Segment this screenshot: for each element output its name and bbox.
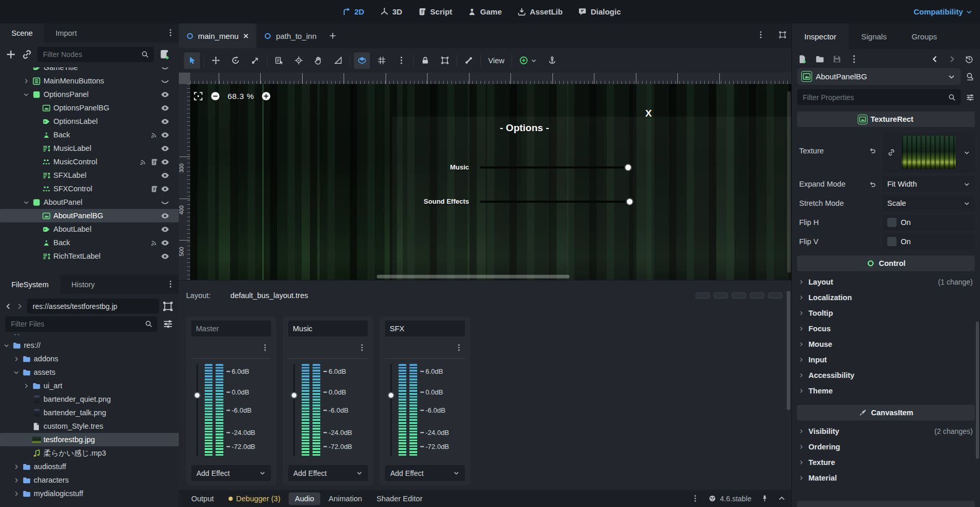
scene-tree-row[interactable]: RichTextLabel xyxy=(0,249,179,263)
expand-arrow-icon[interactable] xyxy=(23,78,30,84)
viewport-canvas[interactable]: 68.3 % X - Options - Music Sound Effects xyxy=(190,84,792,280)
viewport-tool-button[interactable] xyxy=(413,54,414,67)
texture-thumbnail[interactable] xyxy=(902,136,956,169)
scene-tree-row[interactable]: GameTitle xyxy=(0,67,179,74)
visibility-toggle-icon[interactable] xyxy=(161,77,169,86)
inspector-group[interactable]: Theme xyxy=(792,383,980,399)
visibility-toggle-icon[interactable] xyxy=(161,198,169,207)
filter-files-field[interactable] xyxy=(5,316,158,332)
signal-icon[interactable] xyxy=(139,158,147,166)
filesystem-row[interactable]: bartender_quiet.png xyxy=(0,392,179,406)
script-icon[interactable] xyxy=(150,185,158,193)
bottom-panel-tab[interactable]: Debugger (3) xyxy=(222,492,287,505)
skeleton-options-menu[interactable] xyxy=(461,52,477,69)
pause-button[interactable] xyxy=(805,7,815,17)
path-input[interactable] xyxy=(32,302,154,311)
property-tools-icon[interactable] xyxy=(965,93,975,102)
dock-tab[interactable]: Import xyxy=(44,23,88,43)
visibility-toggle-icon[interactable] xyxy=(161,225,169,234)
dock-tab[interactable]: History xyxy=(60,275,106,294)
pin-bottom-panel-icon[interactable] xyxy=(761,495,769,502)
scene-tree-row[interactable]: Back xyxy=(0,128,179,142)
filesystem-row[interactable]: assets xyxy=(0,365,179,379)
audio-layout-button[interactable] xyxy=(732,292,746,299)
new-scene-tab-button[interactable] xyxy=(324,23,342,48)
menu-item[interactable] xyxy=(73,10,85,14)
edit-history-icon[interactable] xyxy=(964,54,974,64)
menu-item[interactable] xyxy=(6,10,19,14)
filter-properties-field[interactable] xyxy=(797,89,961,105)
filesystem-row[interactable]: Favorites xyxy=(0,334,179,339)
inspector-group[interactable]: Ordering xyxy=(792,439,980,455)
workspace-3d[interactable]: 3D xyxy=(376,5,406,18)
workspace-dialogic[interactable]: Dialogic xyxy=(574,5,625,18)
group-selected-button[interactable] xyxy=(437,52,453,69)
dock-tab[interactable]: Inspector xyxy=(792,23,849,49)
grid-snap-toggle[interactable] xyxy=(374,52,390,69)
focus-file-icon[interactable] xyxy=(162,301,174,312)
viewport-tool-button[interactable] xyxy=(204,54,204,67)
menu-item[interactable] xyxy=(39,10,52,14)
dock-tab[interactable]: Scene xyxy=(0,23,44,43)
bus-options-icon[interactable] xyxy=(455,344,463,351)
flip-v-editor[interactable]: On xyxy=(883,234,975,249)
viewport-tool-button[interactable] xyxy=(457,54,457,67)
scene-tree-row[interactable]: MusicControl xyxy=(0,155,179,168)
expand-arrow-icon[interactable] xyxy=(13,369,20,376)
stop-button[interactable] xyxy=(821,7,831,17)
dock-tab[interactable]: Groups xyxy=(899,23,949,49)
audio-layout-button[interactable] xyxy=(768,292,783,299)
fader-knob[interactable] xyxy=(194,392,201,399)
workspace-assetlib[interactable]: AssetLib xyxy=(513,5,566,18)
filesystem-row[interactable]: addons xyxy=(0,352,179,365)
expand-arrow-icon[interactable] xyxy=(3,342,10,349)
visibility-toggle-icon[interactable] xyxy=(161,117,169,126)
scene-tree-row[interactable]: OptionsPanelBG xyxy=(0,101,179,115)
list-select-tool[interactable] xyxy=(271,52,287,69)
bottom-panel-tab[interactable]: Output xyxy=(185,492,220,505)
expand-arrow-icon[interactable] xyxy=(23,91,30,98)
filesystem-row[interactable]: res:// xyxy=(0,339,179,352)
inspector-scrollbar[interactable] xyxy=(976,321,979,459)
new-resource-icon[interactable] xyxy=(798,54,807,64)
section-texturerect[interactable]: TextureRect xyxy=(797,111,975,127)
inspector-group[interactable]: Visibility (2 changes) xyxy=(792,424,980,439)
ruler-tool[interactable] xyxy=(330,52,346,69)
inspector-group[interactable]: Material xyxy=(792,470,980,486)
volume-fader[interactable] xyxy=(193,363,201,457)
bus-name-field[interactable]: SFX xyxy=(385,320,465,336)
inspector-group[interactable]: Tooltip xyxy=(792,305,980,321)
section-control[interactable]: Control xyxy=(797,256,975,271)
scene-tree-row[interactable]: AboutLabel xyxy=(0,222,179,236)
scene-tab[interactable]: main_menu xyxy=(179,23,257,48)
expand-arrow-icon[interactable] xyxy=(13,490,20,497)
volume-fader[interactable] xyxy=(387,363,394,457)
expand-arrow-icon[interactable] xyxy=(13,356,20,362)
bottom-panel-menu-icon[interactable] xyxy=(691,495,699,502)
bottom-panel-tab[interactable]: Shader Editor xyxy=(371,492,429,505)
inspector-group[interactable]: Texture xyxy=(792,455,980,470)
scene-tree-row[interactable]: OptionsPanel xyxy=(0,88,179,101)
visibility-toggle-icon[interactable] xyxy=(161,252,169,261)
dock-menu-icon[interactable] xyxy=(166,280,175,288)
play-custom-scene-button[interactable] xyxy=(870,7,879,17)
scene-tree-row[interactable]: SFXControl xyxy=(0,182,179,195)
anchor-preset-button[interactable] xyxy=(544,52,560,69)
remote-debug-button[interactable] xyxy=(837,7,847,17)
script-icon[interactable] xyxy=(150,158,158,166)
expand-arrow-icon[interactable] xyxy=(13,463,20,470)
play-button[interactable] xyxy=(789,7,799,17)
sort-files-icon[interactable] xyxy=(162,318,174,330)
open-docs-icon[interactable] xyxy=(965,72,975,81)
dock-menu-icon[interactable] xyxy=(166,29,175,37)
inspector-group[interactable]: Accessibility xyxy=(792,368,980,383)
volume-fader[interactable] xyxy=(290,363,297,457)
signal-icon[interactable] xyxy=(150,131,158,139)
revert-property-icon[interactable] xyxy=(869,147,876,154)
visibility-toggle-icon[interactable] xyxy=(161,104,169,112)
add-effect-dropdown[interactable]: Add Effect xyxy=(288,465,368,481)
audio-layout-button[interactable] xyxy=(750,292,764,299)
expand-mode-dropdown[interactable]: Fit Width xyxy=(883,176,975,192)
slider-knob[interactable] xyxy=(624,164,632,172)
add-effect-dropdown[interactable]: Add Effect xyxy=(385,465,465,481)
